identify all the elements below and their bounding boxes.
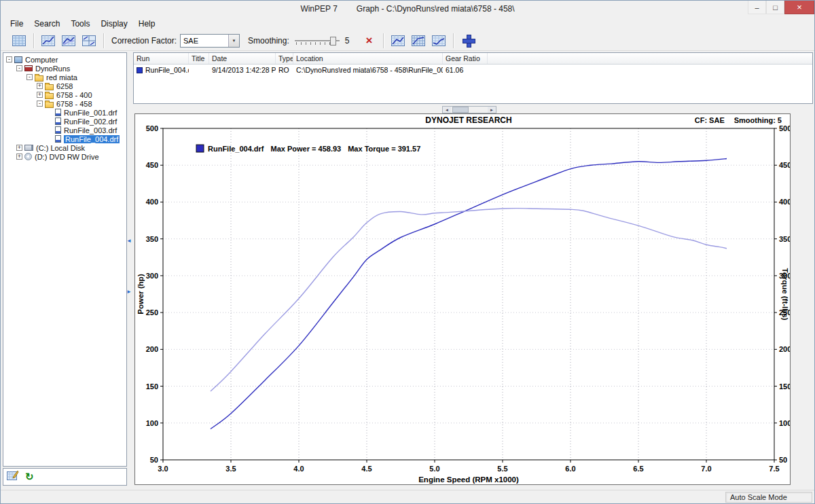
document-title: Graph - C:\DynoRuns\red miata\6758 - 458… (357, 4, 515, 14)
svg-text:7.5: 7.5 (769, 465, 779, 473)
run-table-row[interactable]: RunFile_004.drf9/14/2013 1:42:28 PMROC:\… (134, 65, 812, 75)
caption-buttons: – □ × (748, 1, 814, 14)
menu-display[interactable]: Display (95, 18, 132, 30)
run-table-hscrollbar[interactable]: ◄ ► (442, 106, 496, 113)
tree-item-dynoruns[interactable]: -DynoRuns (3, 64, 126, 73)
tree-item-label: 6758 - 400 (56, 91, 92, 99)
column-header-location[interactable]: Location (293, 53, 443, 64)
tree-item-red-miata[interactable]: -red miata (3, 73, 126, 82)
tree-item-6258[interactable]: +6258 (3, 82, 126, 90)
column-header-type[interactable]: Type (276, 53, 293, 64)
svg-text:50: 50 (150, 456, 158, 464)
red-x-icon: × (365, 35, 372, 46)
column-header-date[interactable]: Date (209, 53, 276, 64)
close-graph-button[interactable]: × (359, 32, 378, 50)
status-bar: Auto Scale Mode (1, 490, 814, 503)
multi-graph-button[interactable] (79, 32, 98, 50)
merge-graphs-button[interactable] (458, 32, 477, 50)
menu-bar: FileSearchToolsDisplayHelp (1, 17, 814, 31)
app-title: WinPEP 7 (300, 4, 337, 14)
scrollbar-thumb[interactable] (452, 107, 469, 113)
scrollbar-track[interactable] (451, 107, 488, 113)
scroll-right-button[interactable]: ► (488, 107, 496, 113)
scroll-left-icon: ◄ (445, 108, 449, 112)
tree-expander[interactable]: - (37, 101, 43, 107)
tree-expander[interactable]: - (16, 65, 22, 71)
slider-thumb[interactable] (330, 37, 336, 46)
graph-export-icon (432, 35, 446, 46)
svg-text:250: 250 (146, 308, 158, 317)
toolbar-separator (453, 33, 454, 48)
folder-icon (45, 93, 54, 99)
tree-item-runfile-002-drf[interactable]: RunFile_002.drf (3, 117, 126, 126)
tree-item-6758-400[interactable]: +6758 - 400 (3, 90, 126, 99)
smoothing-label: Smoothing: (248, 36, 289, 46)
svg-text:350: 350 (779, 235, 790, 243)
tree-item-computer[interactable]: -Computer (3, 55, 126, 64)
graph-export-button[interactable] (429, 32, 448, 50)
power-curve (211, 159, 727, 429)
panel-splitter[interactable]: ◄ ► (128, 52, 132, 486)
pick-runs-icon (391, 35, 405, 46)
tree-expander[interactable]: + (16, 154, 22, 160)
tree-expander[interactable]: + (16, 145, 22, 151)
chevron-down-icon[interactable]: ▼ (228, 35, 239, 47)
svg-text:50: 50 (779, 456, 787, 464)
svg-text:6.5: 6.5 (633, 465, 643, 473)
titlebar[interactable]: WinPEP 7Graph - C:\DynoRuns\red miata\67… (1, 1, 814, 17)
svg-text:4.5: 4.5 (361, 465, 372, 473)
menu-file[interactable]: File (5, 18, 29, 30)
blue-plus-icon (463, 35, 474, 46)
menu-search[interactable]: Search (29, 18, 65, 30)
graph-button[interactable] (39, 32, 58, 50)
file-tree-panel: -Computer-DynoRuns-red miata+6258+6758 -… (3, 52, 127, 467)
cell-gear-ratio: 61.06 (443, 66, 488, 74)
tree-expander[interactable]: - (26, 74, 33, 80)
menu-help[interactable]: Help (133, 18, 161, 30)
toolbar-separator (103, 33, 104, 48)
folder-icon (45, 102, 54, 108)
edit-graph-icon (7, 470, 19, 481)
tree-item-c-local-disk[interactable]: +(C:) Local Disk (3, 143, 126, 152)
tree-item-runfile-003-drf[interactable]: RunFile_003.drf (3, 126, 126, 134)
correction-factor-value: SAE (181, 37, 228, 45)
tree-item-label: (C:) Local Disk (36, 144, 85, 152)
runs-table-button[interactable] (10, 32, 29, 50)
tree-item-label: 6258 (56, 82, 73, 90)
tree-item-runfile-001-drf[interactable]: RunFile_001.drf (3, 108, 126, 117)
svg-text:100: 100 (779, 419, 790, 427)
edit-graph-button[interactable] (7, 470, 19, 484)
tree-item-label: 6758 - 458 (56, 100, 92, 108)
scroll-left-button[interactable]: ◄ (443, 107, 451, 113)
tree-item-d-dvd-rw-drive[interactable]: +(D:) DVD RW Drive (3, 152, 126, 161)
smoothing-slider[interactable] (295, 35, 340, 47)
chart-title: DYNOJET RESEARCH (425, 115, 511, 125)
column-header-title[interactable]: Title (189, 53, 209, 64)
column-header-run[interactable]: Run (134, 53, 189, 64)
y-axis-label-left: Power (hp) (137, 274, 145, 314)
overlay-graph-button[interactable] (59, 32, 78, 50)
graph-icon (41, 35, 55, 46)
run-table-body: RunFile_004.drf9/14/2013 1:42:28 PMROC:\… (134, 65, 812, 75)
tree-expander[interactable]: + (37, 92, 43, 98)
svg-text:150: 150 (146, 382, 158, 391)
close-button[interactable]: × (784, 1, 814, 14)
column-header-gear-ratio[interactable]: Gear Ratio (443, 53, 488, 64)
tree-item-runfile-004-drf[interactable]: RunFile_004.drf (3, 134, 126, 143)
tree-item-label: RunFile_002.drf (64, 118, 117, 126)
minimize-button[interactable]: – (748, 1, 766, 14)
tree-expander[interactable]: + (37, 83, 43, 89)
tree-expander[interactable]: - (6, 56, 12, 62)
collapse-right-icon[interactable]: ► (126, 289, 132, 295)
scale-mode-indicator: Auto Scale Mode (725, 492, 812, 503)
collapse-left-icon[interactable]: ◄ (126, 238, 132, 244)
sync-runs-button[interactable]: ↻ (25, 471, 34, 483)
menu-tools[interactable]: Tools (65, 18, 95, 30)
correction-factor-select[interactable]: SAE ▼ (180, 34, 240, 48)
pick-runs-button[interactable] (388, 32, 408, 50)
tree-item-6758-458[interactable]: -6758 - 458 (3, 99, 126, 108)
winpep-window: WinPEP 7Graph - C:\DynoRuns\red miata\67… (0, 0, 815, 504)
tree-item-label: Computer (25, 56, 58, 64)
graph-grid-button[interactable] (409, 32, 428, 50)
maximize-button[interactable]: □ (766, 1, 784, 14)
